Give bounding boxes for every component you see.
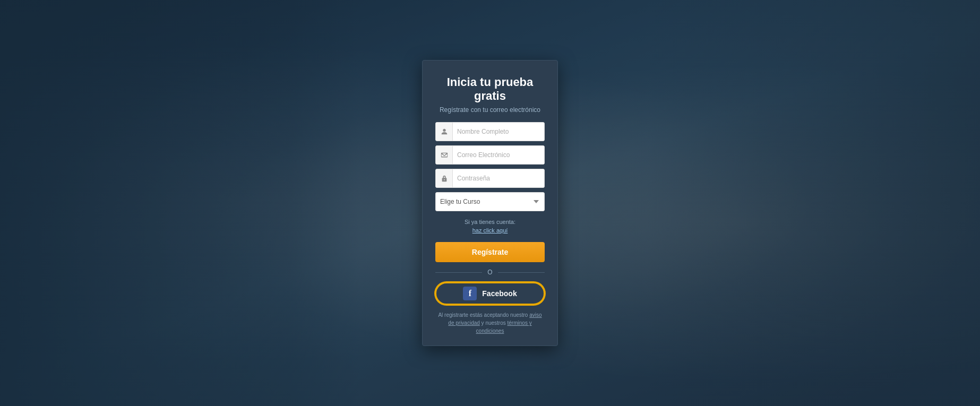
password-input[interactable] — [453, 169, 544, 187]
name-input[interactable] — [453, 123, 544, 141]
email-icon — [436, 146, 453, 164]
modal-title: Inicia tu prueba gratis — [435, 75, 545, 103]
register-button[interactable]: Regístrate — [435, 242, 545, 262]
registration-modal: Inicia tu prueba gratis Regístrate con t… — [422, 60, 558, 347]
divider: O — [435, 269, 545, 276]
facebook-button[interactable]: f Facebook — [435, 282, 545, 305]
modal-subtitle: Regístrate con tu correo electrónico — [435, 106, 545, 114]
email-input-group — [435, 145, 545, 165]
name-input-group — [435, 122, 545, 141]
legal-middle: y nuestros — [480, 320, 508, 326]
facebook-icon: f — [463, 287, 477, 300]
legal-text: Al registrarte estás aceptando nuestro a… — [435, 311, 545, 335]
divider-line-right — [498, 272, 545, 273]
account-link-container: haz click aquí — [435, 227, 545, 234]
account-text: Si ya tienes cuenta: — [435, 219, 545, 225]
login-link[interactable]: haz click aquí — [472, 227, 508, 234]
legal-prefix: Al registrarte estás aceptando nuestro — [438, 312, 529, 318]
divider-line-left — [435, 272, 482, 273]
facebook-button-label: Facebook — [482, 289, 517, 298]
password-input-group — [435, 169, 545, 188]
email-input[interactable] — [453, 146, 544, 164]
divider-text: O — [487, 269, 492, 276]
lock-icon — [436, 169, 453, 187]
course-select[interactable]: Elige tu Curso — [435, 192, 545, 211]
person-icon — [436, 123, 453, 141]
page-center: Inicia tu prueba gratis Regístrate con t… — [0, 0, 980, 406]
